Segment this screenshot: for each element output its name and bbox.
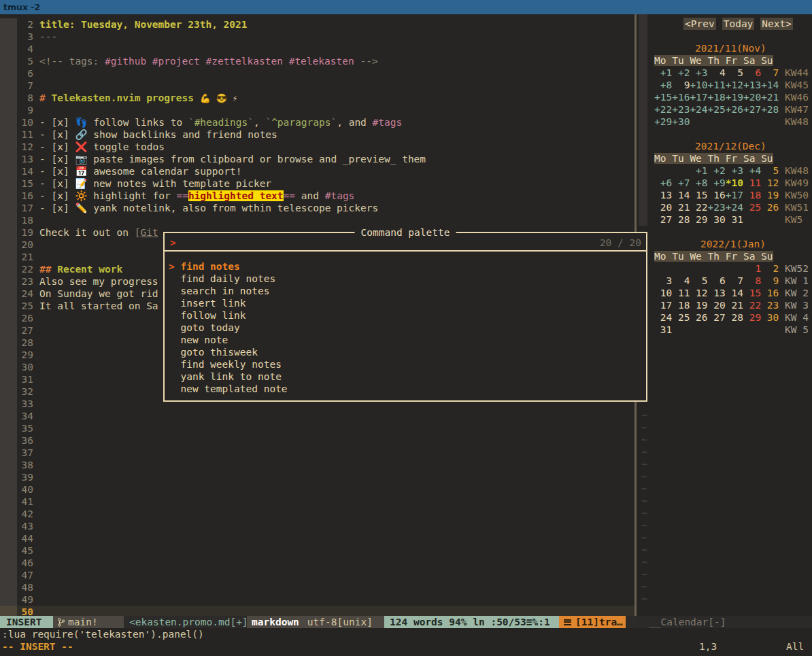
editor-line[interactable]: 36 — [0, 434, 635, 447]
editor-line[interactable]: 2title: Tuesday, November 23th, 2021 — [0, 18, 635, 31]
calendar-day[interactable]: 28 — [672, 213, 690, 226]
palette-item[interactable]: goto today — [165, 322, 646, 334]
editor-line[interactable]: 8# Telekasten.nvim progress 💪 😎 ⚡ — [0, 92, 635, 104]
calendar-day[interactable]: 15 — [690, 189, 707, 201]
editor-line[interactable]: 37 — [0, 447, 635, 459]
calendar-day[interactable]: 19 — [690, 299, 707, 311]
calendar-day[interactable]: 6 — [708, 275, 726, 287]
calendar-day[interactable]: 9 — [672, 79, 690, 91]
calendar-day[interactable]: 12 — [690, 287, 707, 299]
calendar-day[interactable]: +3 — [726, 165, 743, 177]
next-button[interactable]: Next> — [760, 18, 793, 30]
calendar-day[interactable]: +15 — [654, 91, 672, 103]
calendar-day[interactable]: +27 — [743, 103, 761, 116]
calendar-day[interactable]: 21 — [672, 201, 690, 213]
calendar-day[interactable]: +12 — [726, 79, 743, 91]
calendar-day[interactable]: +14 — [761, 79, 779, 91]
calendar-day[interactable]: 20 — [708, 299, 726, 311]
editor-line[interactable]: 48 — [0, 581, 635, 593]
calendar-day[interactable]: +24 — [726, 201, 743, 213]
palette-prompt-input[interactable]: > 20 / 20 — [165, 233, 646, 252]
calendar-day[interactable]: 22 — [743, 299, 761, 311]
calendar-day[interactable]: +1 — [654, 67, 672, 79]
calendar-day[interactable]: 20 — [654, 201, 672, 213]
editor-line[interactable]: 3--- — [0, 31, 635, 43]
editor-line[interactable]: 4 — [0, 43, 635, 55]
calendar-day[interactable]: 13 — [654, 189, 672, 201]
calendar-day[interactable]: 26 — [761, 201, 779, 213]
calendar-day[interactable]: +26 — [726, 103, 743, 116]
palette-item[interactable]: find daily notes — [165, 273, 646, 285]
calendar-day[interactable]: 18 — [743, 189, 761, 201]
editor-line[interactable]: 12- [x] ❌ toggle todos — [0, 141, 635, 153]
calendar-day[interactable]: 25 — [672, 311, 690, 324]
calendar-day[interactable]: +22 — [654, 103, 672, 116]
calendar-day[interactable]: +7 — [672, 177, 690, 189]
palette-item[interactable]: goto thisweek — [165, 346, 646, 358]
calendar-day[interactable]: 30 — [761, 311, 779, 324]
calendar-day[interactable]: 19 — [761, 189, 779, 201]
calendar-day[interactable]: 14 — [726, 287, 743, 299]
palette-item[interactable]: find weekly notes — [165, 358, 646, 370]
calendar-day[interactable]: 26 — [690, 311, 707, 324]
calendar-day[interactable]: 2 — [761, 262, 779, 275]
palette-item[interactable]: >find notes — [165, 260, 646, 273]
editor-line[interactable]: 50 — [0, 606, 635, 616]
editor-line[interactable]: 11- [x] 🔗 show backlinks and friend note… — [0, 128, 635, 141]
editor-line[interactable]: 18 — [0, 214, 635, 226]
editor-line[interactable]: 10- [x] 👣 follow links to `#headings`, `… — [0, 116, 635, 128]
calendar-day[interactable]: +3 — [690, 67, 707, 79]
calendar-day[interactable]: +18 — [708, 91, 726, 103]
calendar-day[interactable]: 21 — [726, 299, 743, 311]
editor-line[interactable]: 14- [x] 📅 awesome calendar support! — [0, 165, 635, 177]
calendar-day[interactable]: 29 — [690, 213, 707, 226]
calendar-day[interactable]: +29 — [654, 116, 672, 128]
editor-line[interactable]: 41 — [0, 496, 635, 508]
calendar-day[interactable]: *10 — [726, 177, 743, 189]
calendar-day[interactable]: +17 — [690, 91, 707, 103]
calendar-day[interactable]: 11 — [743, 177, 761, 189]
calendar-day[interactable]: 3 — [654, 275, 672, 287]
calendar-day[interactable]: +20 — [743, 91, 761, 103]
palette-item[interactable]: search in notes — [165, 285, 646, 297]
calendar-day[interactable]: 25 — [743, 201, 761, 213]
editor-line[interactable]: 44 — [0, 532, 635, 545]
editor-line[interactable]: 40 — [0, 483, 635, 496]
calendar-day[interactable]: +2 — [672, 67, 690, 79]
calendar-day[interactable]: 9 — [761, 275, 779, 287]
editor-line[interactable]: 38 — [0, 459, 635, 471]
calendar-day[interactable]: 7 — [761, 67, 779, 79]
calendar-day[interactable]: 16 — [708, 189, 726, 201]
calendar-day[interactable]: +30 — [672, 116, 690, 128]
calendar-day[interactable]: 7 — [726, 275, 743, 287]
calendar-day[interactable]: 10 — [654, 287, 672, 299]
command-line[interactable]: :lua require('telekasten').panel() — [0, 628, 812, 640]
editor-line[interactable]: 46 — [0, 557, 635, 569]
calendar-day[interactable]: 17 — [654, 299, 672, 311]
palette-item[interactable]: insert link — [165, 297, 646, 309]
palette-item[interactable]: new templated note — [165, 383, 646, 395]
calendar-day[interactable]: 12 — [761, 177, 779, 189]
calendar-day[interactable]: 30 — [708, 213, 726, 226]
calendar-day[interactable]: 11 — [672, 287, 690, 299]
editor-line[interactable]: 45 — [0, 545, 635, 557]
editor-line[interactable]: 42 — [0, 508, 635, 520]
editor-line[interactable]: 5<!-- tags: #github #project #zettelkast… — [0, 55, 635, 67]
editor-line[interactable]: 47 — [0, 569, 635, 581]
calendar-day[interactable]: 6 — [743, 67, 761, 79]
calendar-day[interactable]: +1 — [690, 165, 707, 177]
prev-button[interactable]: <Prev — [683, 18, 716, 30]
calendar-day[interactable]: +8 — [654, 79, 672, 91]
calendar-day[interactable]: +21 — [761, 91, 779, 103]
editor-line[interactable]: 7 — [0, 80, 635, 92]
calendar-day[interactable]: 18 — [672, 299, 690, 311]
calendar-day[interactable]: 16 — [761, 287, 779, 299]
palette-item[interactable]: new note — [165, 334, 646, 346]
calendar-day[interactable]: 24 — [654, 311, 672, 324]
calendar-day[interactable]: +25 — [708, 103, 726, 116]
palette-item[interactable]: yank link to note — [165, 370, 646, 383]
calendar-day[interactable]: +17 — [726, 189, 743, 201]
editor-line[interactable]: 17- [x] ✏️ yank notelink, also from wthi… — [0, 202, 635, 214]
editor-line[interactable]: 16- [x] 🔆 highlight for ==highlighted te… — [0, 190, 635, 202]
calendar-day[interactable]: 4 — [672, 275, 690, 287]
